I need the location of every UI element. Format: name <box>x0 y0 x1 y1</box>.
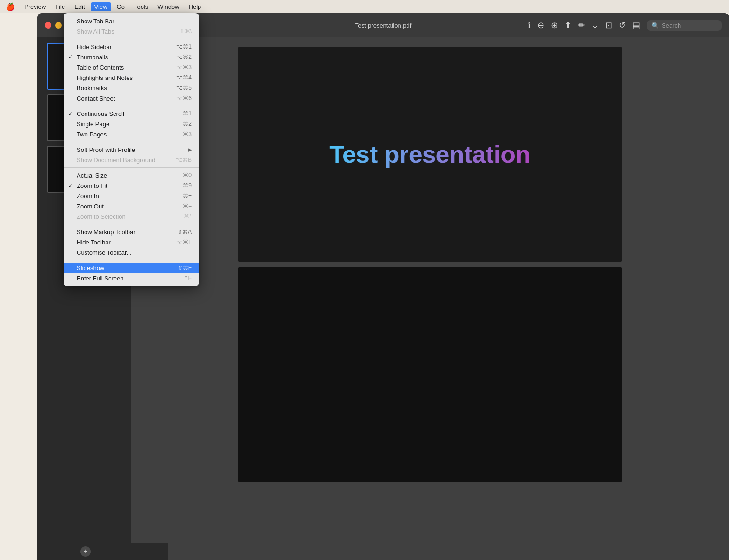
menu-item-label: Slideshow <box>77 265 104 272</box>
add-page-button[interactable]: + <box>80 546 91 557</box>
menu-item-label: Highlights and Notes <box>77 74 133 81</box>
menu-item-label: Hide Toolbar <box>77 239 111 246</box>
menu-item-label: Bookmarks <box>77 85 107 92</box>
menu-item-enter-full-screen[interactable]: Enter Full Screen ⌃F <box>64 273 199 283</box>
menu-item-show-all-tabs[interactable]: Show All Tabs ⇧⌘\ <box>64 26 199 36</box>
separator-6 <box>64 260 199 260</box>
search-placeholder: Search <box>662 22 681 29</box>
menu-item-shortcut: ⌘* <box>184 213 192 220</box>
menu-item-shortcut: ⌘1 <box>183 110 192 117</box>
menu-item-shortcut: ⌥⌘3 <box>176 64 192 71</box>
menu-item-shortcut: ⌥⌘6 <box>176 95 192 101</box>
menu-item-label: Show All Tabs <box>77 28 114 35</box>
menu-item-shortcut: ⌥⌘4 <box>176 74 192 81</box>
menu-item-label: Hide Sidebar <box>77 43 112 50</box>
menu-item-table-of-contents[interactable]: Table of Contents ⌥⌘3 <box>64 62 199 72</box>
menubar-help[interactable]: Help <box>185 2 205 11</box>
menu-item-label: Actual Size <box>77 172 107 179</box>
close-button[interactable] <box>45 22 51 29</box>
menu-item-hide-toolbar[interactable]: Hide Toolbar ⌥⌘T <box>64 237 199 247</box>
checkmark-icon: ✓ <box>68 182 73 189</box>
menubar: 🍎 Preview File Edit View Go Tools Window… <box>0 0 729 13</box>
minimize-button[interactable] <box>55 22 62 29</box>
zoom-out-icon[interactable]: ⊖ <box>537 20 544 30</box>
menubar-go[interactable]: Go <box>113 2 129 11</box>
menu-item-shortcut: ⇧⌘A <box>178 229 192 235</box>
menu-item-customise-toolbar[interactable]: Customise Toolbar... <box>64 247 199 258</box>
menu-item-shortcut: ⌘9 <box>183 182 192 189</box>
menu-item-shortcut: ⌥⌘1 <box>176 43 192 50</box>
markup-chevron-icon[interactable]: ⌄ <box>592 20 599 30</box>
menu-item-slideshow[interactable]: Slideshow ⇧⌘F <box>64 263 199 273</box>
menu-item-shortcut: ⌘0 <box>183 172 192 179</box>
menu-item-shortcut: ⌥⌘B <box>176 157 192 163</box>
search-box[interactable]: 🔍 Search <box>647 20 722 31</box>
menu-item-show-document-background[interactable]: Show Document Background ⌥⌘B <box>64 155 199 165</box>
menu-item-continuous-scroll[interactable]: ✓ Continuous Scroll ⌘1 <box>64 108 199 119</box>
menu-item-label: Show Tab Bar <box>77 18 114 25</box>
menu-item-label: Customise Toolbar... <box>77 249 132 256</box>
menu-item-shortcut: ⌘3 <box>183 131 192 137</box>
menu-item-contact-sheet[interactable]: Contact Sheet ⌥⌘6 <box>64 93 199 103</box>
menu-item-thumbnails[interactable]: ✓ Thumbnails ⌥⌘2 <box>64 52 199 62</box>
pdf-page-2 <box>238 267 622 482</box>
menu-item-shortcut: ⌥⌘5 <box>176 85 192 91</box>
separator-3 <box>64 142 199 142</box>
menu-item-shortcut: ⌘+ <box>183 193 192 199</box>
menu-item-label: Show Document Background <box>77 157 155 164</box>
menu-item-show-markup-toolbar[interactable]: Show Markup Toolbar ⇧⌘A <box>64 227 199 237</box>
menu-item-label: Zoom In <box>77 193 99 200</box>
menu-item-label: Zoom to Fit <box>77 182 107 189</box>
menu-item-shortcut: ⌥⌘2 <box>176 54 192 60</box>
menu-item-label: Table of Contents <box>77 64 124 71</box>
rotate-icon[interactable]: ↺ <box>619 20 626 30</box>
menubar-preview[interactable]: Preview <box>21 2 50 11</box>
menu-item-zoom-to-fit[interactable]: ✓ Zoom to Fit ⌘9 <box>64 180 199 191</box>
menu-item-bookmarks[interactable]: Bookmarks ⌥⌘5 <box>64 83 199 93</box>
menu-item-shortcut: ⌃F <box>184 275 192 281</box>
info-icon[interactable]: ℹ <box>528 20 531 30</box>
zoom-in-icon[interactable]: ⊕ <box>551 20 558 30</box>
view-dropdown-menu: Show Tab Bar Show All Tabs ⇧⌘\ Hide Side… <box>64 13 199 286</box>
menu-item-zoom-to-selection[interactable]: Zoom to Selection ⌘* <box>64 211 199 222</box>
menu-item-label: Zoom Out <box>77 203 104 210</box>
crop-icon[interactable]: ⊡ <box>605 20 612 30</box>
menu-item-highlights-and-notes[interactable]: Highlights and Notes ⌥⌘4 <box>64 72 199 83</box>
menu-item-single-page[interactable]: Single Page ⌘2 <box>64 119 199 129</box>
menubar-edit[interactable]: Edit <box>71 2 88 11</box>
menu-item-actual-size[interactable]: Actual Size ⌘0 <box>64 170 199 180</box>
menu-item-label: Two Pages <box>77 131 107 138</box>
pdf-page-1: Test presentation <box>238 47 622 262</box>
menubar-view[interactable]: View <box>91 2 111 11</box>
menu-item-two-pages[interactable]: Two Pages ⌘3 <box>64 129 199 139</box>
menu-item-zoom-out[interactable]: Zoom Out ⌘− <box>64 201 199 211</box>
search-icon: 🔍 <box>651 22 659 29</box>
apple-menu-icon[interactable]: 🍎 <box>6 2 15 11</box>
form-icon[interactable]: ▤ <box>632 20 640 30</box>
menu-item-label: Zoom to Selection <box>77 213 126 220</box>
menu-item-shortcut: ⇧⌘\ <box>180 28 192 35</box>
menu-item-label: Thumbnails <box>77 54 108 61</box>
bottom-bar: + <box>75 543 168 560</box>
markup-icon[interactable]: ✏ <box>578 20 585 30</box>
menubar-window[interactable]: Window <box>154 2 183 11</box>
checkmark-icon: ✓ <box>68 54 73 60</box>
separator-5 <box>64 224 199 224</box>
menu-item-show-tab-bar[interactable]: Show Tab Bar <box>64 16 199 26</box>
menu-item-label: Soft Proof with Profile <box>77 146 135 153</box>
share-icon[interactable]: ⬆ <box>565 20 572 30</box>
checkmark-icon: ✓ <box>68 110 73 117</box>
menubar-file[interactable]: File <box>51 2 69 11</box>
menu-item-label: Single Page <box>77 121 109 128</box>
separator-2 <box>64 106 199 106</box>
window-title: Test presentation.pdf <box>355 22 412 29</box>
separator-1 <box>64 39 199 39</box>
menu-item-shortcut: ⌘2 <box>183 121 192 127</box>
menu-item-hide-sidebar[interactable]: Hide Sidebar ⌥⌘1 <box>64 42 199 52</box>
separator-4 <box>64 167 199 168</box>
menubar-tools[interactable]: Tools <box>130 2 152 11</box>
menu-item-label: Continuous Scroll <box>77 110 124 117</box>
submenu-arrow-icon: ▶ <box>188 147 192 153</box>
menu-item-soft-proof[interactable]: Soft Proof with Profile ▶ <box>64 144 199 155</box>
menu-item-zoom-in[interactable]: Zoom In ⌘+ <box>64 191 199 201</box>
